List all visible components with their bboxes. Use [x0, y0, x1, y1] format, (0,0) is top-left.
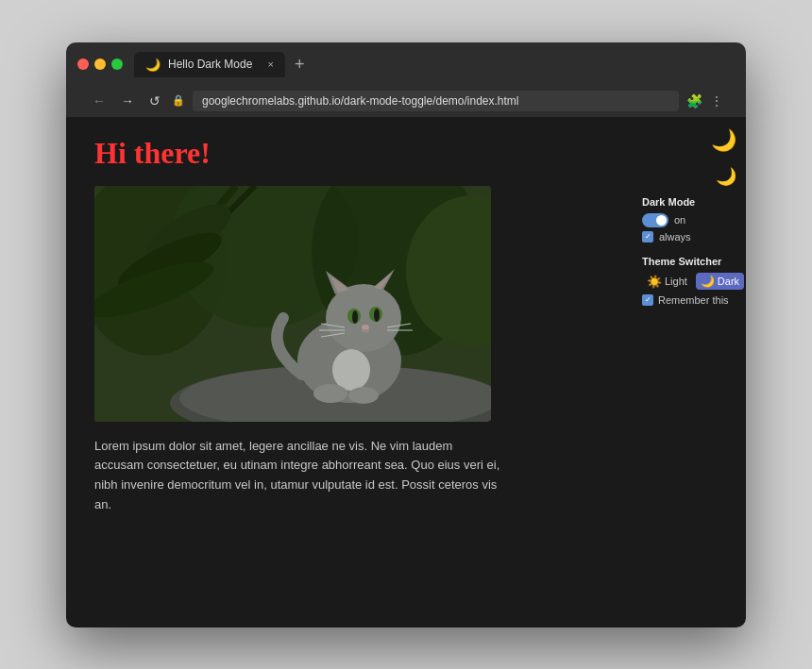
- theme-buttons-row: ☀️ Light 🌙 Dark: [642, 273, 736, 291]
- dark-moon-icon-small: 🌙: [716, 166, 736, 187]
- address-input[interactable]: [193, 91, 679, 111]
- moon-icon: 🌙: [701, 275, 715, 288]
- svg-rect-31: [94, 186, 491, 422]
- chrome-icons: 🧩 ⋮: [686, 93, 723, 109]
- dark-mode-widget: Dark Mode on ✓ always: [642, 196, 736, 246]
- browser-window: 🌙 Hello Dark Mode × + ← → ↺ 🔒 🧩 ⋮ Hi the…: [66, 42, 746, 627]
- lock-icon: 🔒: [172, 94, 185, 107]
- remember-row: ✓ Remember this: [642, 294, 736, 306]
- light-label: Light: [665, 276, 687, 287]
- active-tab[interactable]: 🌙 Hello Dark Mode ×: [134, 52, 285, 77]
- chrome-bar: 🌙 Hello Dark Mode × + ← → ↺ 🔒 🧩 ⋮: [66, 42, 746, 117]
- refresh-button[interactable]: ↺: [145, 92, 164, 110]
- dark-mode-toggle[interactable]: [642, 213, 668, 227]
- back-button[interactable]: ←: [89, 92, 110, 110]
- page-title: Hi there!: [94, 136, 604, 171]
- dark-mode-on-row: on: [642, 213, 736, 227]
- dark-moon-icon-top: 🌙: [711, 128, 736, 153]
- tab-bar: 🌙 Hello Dark Mode × +: [134, 52, 311, 77]
- dark-mode-title: Dark Mode: [642, 196, 736, 208]
- sun-icon: ☀️: [647, 275, 662, 289]
- page-paragraph: Lorem ipsum dolor sit amet, legere ancil…: [94, 437, 500, 515]
- extensions-icon[interactable]: 🧩: [686, 93, 702, 109]
- remember-label: Remember this: [658, 294, 729, 306]
- tab-title: Hello Dark Mode: [168, 58, 252, 71]
- tab-favicon: 🌙: [145, 58, 161, 72]
- tab-close-button[interactable]: ×: [268, 59, 274, 70]
- dark-theme-button[interactable]: 🌙 Dark: [696, 273, 744, 290]
- light-theme-button[interactable]: ☀️ Light: [642, 273, 692, 291]
- always-checkbox[interactable]: ✓: [642, 231, 653, 243]
- minimize-button[interactable]: [94, 59, 106, 70]
- dark-mode-always-row: ✓ always: [642, 231, 736, 243]
- chrome-menu-icon[interactable]: ⋮: [710, 93, 723, 109]
- dark-mode-on-label: on: [674, 214, 685, 226]
- sidebar-widgets: 🌙 🌙 Dark Mode on ✓ always Theme Switcher: [633, 117, 746, 627]
- main-content: Hi there!: [66, 117, 633, 627]
- close-button[interactable]: [77, 59, 89, 70]
- new-tab-button[interactable]: +: [289, 55, 311, 75]
- maximize-button[interactable]: [111, 59, 123, 70]
- address-bar: ← → ↺ 🔒 🧩 ⋮: [77, 85, 735, 117]
- forward-button[interactable]: →: [117, 92, 138, 110]
- theme-switcher-title: Theme Switcher: [642, 256, 736, 267]
- dark-mode-always-label: always: [659, 231, 691, 243]
- theme-switcher-widget: Theme Switcher ☀️ Light 🌙 Dark ✓ Remembe…: [642, 256, 736, 306]
- page-content: Hi there!: [66, 117, 746, 627]
- remember-checkbox[interactable]: ✓: [642, 294, 653, 306]
- traffic-lights: [77, 59, 123, 70]
- chrome-top: 🌙 Hello Dark Mode × +: [77, 52, 735, 77]
- cat-image: [94, 186, 491, 422]
- dark-label: Dark: [718, 276, 739, 287]
